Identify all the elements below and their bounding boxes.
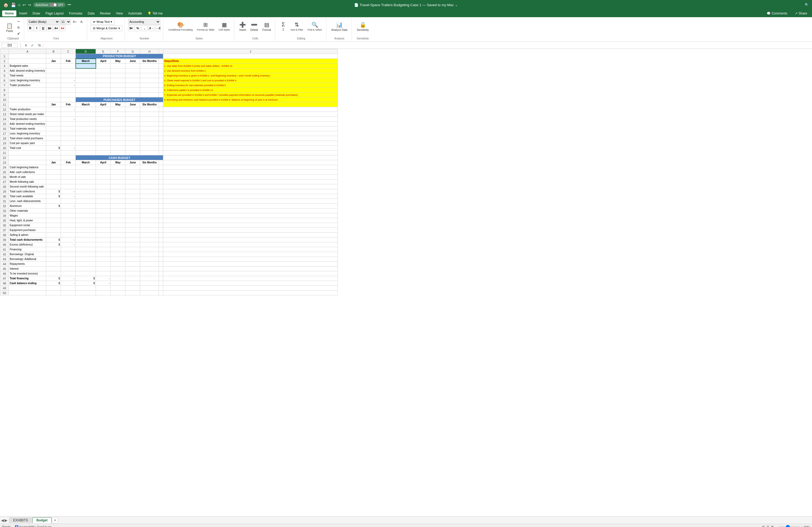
cell-I50[interactable] [159, 291, 163, 296]
cell-E19[interactable] [96, 141, 111, 146]
cell-H42[interactable] [140, 252, 159, 257]
cell-F15[interactable] [111, 122, 126, 126]
cell-I43[interactable] [159, 257, 163, 261]
normal-view-icon[interactable]: ⊟ [762, 525, 765, 527]
share-button[interactable]: ↗Share [792, 11, 810, 16]
cell-D22[interactable]: CASH BUDGET [76, 155, 163, 160]
cell-H27[interactable] [140, 180, 159, 184]
cell-G50[interactable] [126, 291, 140, 296]
cell-B28[interactable] [46, 184, 61, 189]
cell-A37[interactable]: Equipment purchases [9, 228, 46, 232]
paste-button[interactable]: 📋 Paste [4, 20, 15, 35]
cell-F49[interactable] [111, 286, 126, 291]
cell-E6[interactable] [96, 78, 111, 83]
cell-J16[interactable] [163, 126, 338, 131]
cell-G17[interactable] [126, 131, 140, 136]
cell-I45[interactable] [159, 267, 163, 271]
cell-C22[interactable] [61, 155, 76, 160]
cell-I16[interactable] [159, 126, 163, 131]
cell-A42[interactable]: Borrowings: Original [9, 252, 46, 257]
cell-F29[interactable] [111, 189, 126, 194]
cell-C39[interactable]: - [61, 238, 76, 242]
cell-F11[interactable]: May [111, 102, 126, 107]
cell-H43[interactable] [140, 257, 159, 261]
cell-G45[interactable] [126, 267, 140, 271]
cell-E23[interactable]: April [96, 160, 111, 165]
cell-H26[interactable] [140, 175, 159, 180]
cell-F42[interactable] [111, 252, 126, 257]
cell-D7[interactable] [76, 83, 96, 88]
cell-A19[interactable]: Cost per square yard [9, 141, 46, 146]
cell-A50[interactable] [9, 291, 46, 296]
more-icon[interactable]: ••• [68, 3, 71, 7]
cell-J48[interactable] [163, 281, 338, 286]
cell-B22[interactable] [46, 155, 61, 160]
cell-I33[interactable] [159, 209, 163, 213]
confirm-formula-button[interactable]: ✓ [30, 43, 35, 47]
cell-E47[interactable]: - [96, 276, 111, 281]
cell-D23[interactable]: March [76, 160, 96, 165]
cell-A49[interactable] [9, 286, 46, 291]
cell-B34[interactable] [46, 213, 61, 218]
cell-H40[interactable] [140, 242, 159, 247]
cell-H33[interactable] [140, 209, 159, 213]
cell-H41[interactable] [140, 247, 159, 252]
cell-I35[interactable] [159, 218, 163, 223]
cell-E8[interactable] [96, 88, 111, 93]
cell-A17[interactable]: Less: beginning inventory [9, 131, 46, 136]
cell-C11[interactable]: Feb [61, 102, 76, 107]
cell-C10[interactable] [61, 97, 76, 102]
col-header-F[interactable]: F [111, 49, 126, 54]
cell-C30[interactable]: - [61, 194, 76, 199]
cell-B6[interactable] [46, 78, 61, 83]
cell-G14[interactable] [126, 117, 140, 122]
cell-D5[interactable] [76, 73, 96, 78]
cell-F3[interactable] [111, 64, 126, 69]
cell-H19[interactable] [140, 141, 159, 146]
cell-B40[interactable]: $ [46, 242, 61, 247]
cell-E28[interactable] [96, 184, 111, 189]
cell-B37[interactable] [46, 228, 61, 232]
analyze-data-button[interactable]: 📊 Analyze Data [330, 19, 349, 34]
cell-J11[interactable] [163, 102, 338, 107]
cell-C34[interactable] [61, 213, 76, 218]
cell-C19[interactable] [61, 141, 76, 146]
cell-F32[interactable] [111, 204, 126, 209]
cell-F18[interactable] [111, 136, 126, 141]
cell-E16[interactable] [96, 126, 111, 131]
cell-D1[interactable]: PRODUCTION BUDGET [76, 54, 163, 59]
cell-I4[interactable] [159, 69, 163, 73]
cell-I30[interactable] [159, 194, 163, 199]
formula-input[interactable] [44, 43, 810, 47]
cell-G12[interactable] [126, 107, 140, 112]
menu-item-review[interactable]: Review [97, 11, 113, 16]
cell-B49[interactable] [46, 286, 61, 291]
cell-I14[interactable] [159, 117, 163, 122]
find-select-button[interactable]: 🔍 Find & Select [306, 19, 324, 34]
cell-D6[interactable] [76, 78, 96, 83]
cell-A22[interactable] [9, 155, 46, 160]
cell-D32[interactable] [76, 204, 96, 209]
cell-H5[interactable] [140, 73, 159, 78]
cell-E38[interactable] [96, 232, 111, 238]
cell-E44[interactable] [96, 261, 111, 267]
cell-H50[interactable] [140, 291, 159, 296]
cell-J49[interactable] [163, 286, 338, 291]
cell-F6[interactable] [111, 78, 126, 83]
cell-B4[interactable] [46, 69, 61, 73]
cell-D14[interactable] [76, 117, 96, 122]
cell-E26[interactable] [96, 175, 111, 180]
cell-A47[interactable]: Total financing [9, 276, 46, 281]
cell-H34[interactable] [140, 213, 159, 218]
cell-D36[interactable] [76, 223, 96, 228]
cell-H11[interactable]: Six Months [140, 102, 159, 107]
cell-C16[interactable] [61, 126, 76, 131]
cell-H48[interactable] [140, 281, 159, 286]
cell-B36[interactable] [46, 223, 61, 228]
cell-F48[interactable] [111, 281, 126, 286]
cell-I12[interactable] [159, 107, 163, 112]
cell-J43[interactable] [163, 257, 338, 261]
cell-J9[interactable]: 7. Expenses are provided in Exhibit 6 an… [163, 93, 338, 97]
redo-icon[interactable]: ↪ [28, 3, 31, 7]
cell-D11[interactable]: March [76, 102, 96, 107]
